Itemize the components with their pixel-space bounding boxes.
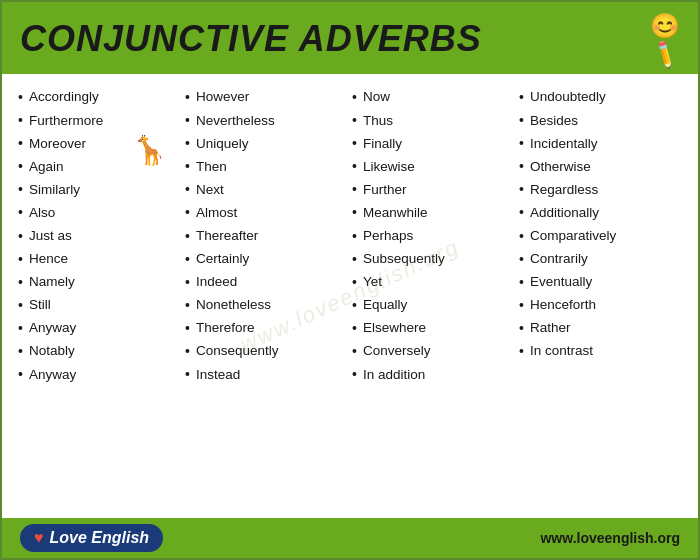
word-label: Nonetheless [196, 294, 271, 316]
word-item: •Perhaps [352, 225, 515, 248]
word-label: Similarly [29, 179, 80, 201]
word-item: •Additionally [519, 201, 682, 224]
word-label: Henceforth [530, 294, 596, 316]
word-label: Therefore [196, 317, 255, 339]
word-label: In addition [363, 364, 425, 386]
bullet-icon: • [18, 294, 23, 317]
word-item: •Incidentally [519, 132, 682, 155]
bullet-icon: • [18, 340, 23, 363]
word-label: Finally [363, 133, 402, 155]
bullet-icon: • [519, 178, 524, 201]
word-item: •Hence [18, 248, 181, 271]
bullet-icon: • [352, 201, 357, 224]
bullet-icon: • [185, 86, 190, 109]
word-item: •Now [352, 86, 515, 109]
word-item: •Conversely [352, 340, 515, 363]
bullet-icon: • [519, 225, 524, 248]
bullet-icon: • [519, 248, 524, 271]
word-label: Further [363, 179, 407, 201]
word-label: Perhaps [363, 225, 413, 247]
bullet-icon: • [519, 132, 524, 155]
word-label: Meanwhile [363, 202, 428, 224]
word-item: •Finally [352, 132, 515, 155]
word-item: •Comparatively [519, 225, 682, 248]
word-item: •Elsewhere [352, 317, 515, 340]
word-label: Next [196, 179, 224, 201]
word-label: Subsequently [363, 248, 445, 270]
bullet-icon: • [352, 317, 357, 340]
bullet-icon: • [18, 225, 23, 248]
bullet-icon: • [352, 363, 357, 386]
word-item: •Again [18, 155, 181, 178]
word-label: Anyway [29, 317, 76, 339]
word-item: •Just as [18, 225, 181, 248]
page-wrapper: CONJUNCTIVE ADVERBS 😊 ✏️ www.loveenglish… [0, 0, 700, 560]
word-item: •Uniquely [185, 132, 348, 155]
main-content: www.loveenglish.org 🦒 •Accordingly•Furth… [2, 74, 698, 518]
column-1: •Accordingly•Furthermore•Moreover•Again•… [18, 86, 181, 510]
word-label: Now [363, 86, 390, 108]
bullet-icon: • [185, 317, 190, 340]
bullet-icon: • [18, 363, 23, 386]
bullet-icon: • [519, 340, 524, 363]
bullet-icon: • [185, 340, 190, 363]
bullet-icon: • [185, 178, 190, 201]
word-item: •Namely [18, 271, 181, 294]
bullet-icon: • [352, 294, 357, 317]
word-label: Also [29, 202, 55, 224]
word-label: Almost [196, 202, 237, 224]
bullet-icon: • [185, 248, 190, 271]
bullet-icon: • [18, 132, 23, 155]
bullet-icon: • [18, 155, 23, 178]
header-icons: 😊 ✏️ [650, 12, 680, 66]
word-label: Anyway [29, 364, 76, 386]
bullet-icon: • [352, 86, 357, 109]
bullet-icon: • [18, 201, 23, 224]
word-item: •Then [185, 155, 348, 178]
word-label: Comparatively [530, 225, 616, 247]
column-2: •However•Nevertheless•Uniquely•Then•Next… [185, 86, 348, 510]
word-label: Likewise [363, 156, 415, 178]
word-item: •Also [18, 201, 181, 224]
word-item: •Eventually [519, 271, 682, 294]
word-item: •Instead [185, 363, 348, 386]
word-item: •Undoubtedly [519, 86, 682, 109]
word-label: Still [29, 294, 51, 316]
bullet-icon: • [185, 363, 190, 386]
word-label: Consequently [196, 340, 279, 362]
bullet-icon: • [352, 340, 357, 363]
bullet-icon: • [185, 109, 190, 132]
word-label: Conversely [363, 340, 431, 362]
word-item: •Meanwhile [352, 201, 515, 224]
word-label: Just as [29, 225, 72, 247]
word-item: •Otherwise [519, 155, 682, 178]
word-label: Besides [530, 110, 578, 132]
bullet-icon: • [352, 225, 357, 248]
word-label: Then [196, 156, 227, 178]
word-item: •Rather [519, 317, 682, 340]
logo-text: Love English [50, 529, 150, 547]
bullet-icon: • [352, 248, 357, 271]
bullet-icon: • [519, 271, 524, 294]
word-label: Accordingly [29, 86, 99, 108]
word-item: •Accordingly [18, 86, 181, 109]
bullet-icon: • [185, 271, 190, 294]
word-label: Yet [363, 271, 382, 293]
header: CONJUNCTIVE ADVERBS 😊 ✏️ [2, 2, 698, 74]
bullet-icon: • [18, 109, 23, 132]
bullet-icon: • [519, 86, 524, 109]
word-label: Undoubtedly [530, 86, 606, 108]
word-label: Regardless [530, 179, 598, 201]
word-label: Eventually [530, 271, 592, 293]
word-item: •Further [352, 178, 515, 201]
word-item: •Besides [519, 109, 682, 132]
bullet-icon: • [519, 155, 524, 178]
word-item: •Next [185, 178, 348, 201]
word-label: Incidentally [530, 133, 598, 155]
heart-icon: ♥ [34, 529, 44, 547]
pencil-icon: ✏️ [648, 37, 682, 70]
word-item: •Nevertheless [185, 109, 348, 132]
word-item: •Still [18, 294, 181, 317]
word-item: •Thereafter [185, 225, 348, 248]
word-item: •Thus [352, 109, 515, 132]
